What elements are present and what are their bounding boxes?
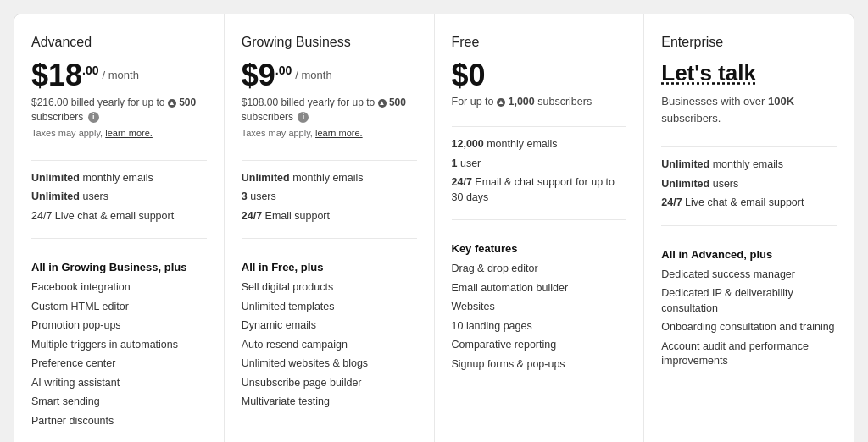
billed-info-growing: $108.00 billed yearly for up to ▲ 500 su… [242, 96, 417, 124]
price-period-advanced: / month [103, 69, 139, 81]
plan-name-advanced: Advanced [31, 35, 207, 50]
person-icon-advanced: ▲ [168, 99, 176, 108]
list-item-growing-2: Dynamic emails [242, 318, 417, 334]
list-item-growing-0: Sell digital products [242, 280, 417, 296]
divider-1-free [452, 126, 627, 127]
list-item-advanced-6: Smart sending [31, 395, 207, 410]
price-row-growing: $9 .00 / month [242, 60, 417, 91]
feature-users-advanced: Unlimited users [31, 190, 207, 205]
taxes-advanced: Taxes may apply, learn more. [31, 128, 207, 138]
divider-2-free [452, 219, 627, 220]
list-item-free-4: Comparative reporting [452, 338, 627, 353]
price-sup-advanced: .00 [82, 64, 98, 77]
price-row-advanced: $18 .00 / month [31, 60, 207, 91]
feature-support-growing: 24/7 Email support [242, 209, 417, 224]
list-item-advanced-2: Promotion pop-ups [31, 318, 207, 334]
learn-more-link-growing[interactable]: learn more. [315, 128, 363, 138]
list-item-advanced-7: Partner discounts [31, 414, 207, 429]
person-icon-growing: ▲ [378, 99, 387, 108]
feature-users-free: 1 user [452, 157, 627, 172]
info-icon-growing[interactable]: i [298, 112, 309, 123]
list-item-advanced-0: Facebook integration [31, 280, 207, 296]
divider-2-growing [242, 238, 417, 239]
plan-name-growing: Growing Business [242, 35, 417, 50]
plan-growing-business: Growing Business $9 .00 / month $108.00 … [225, 14, 435, 442]
list-item-free-3: 10 landing pages [452, 319, 627, 334]
divider-1-growing [242, 160, 417, 161]
feature-support-free: 24/7 Email & chat support for up to 30 d… [452, 175, 627, 205]
section-title-growing: All in Free, plus [242, 261, 417, 273]
divider-1-advanced [31, 160, 207, 161]
plan-name-enterprise: Enterprise [661, 35, 837, 50]
list-item-growing-4: Unlimited websites & blogs [242, 356, 417, 372]
list-item-advanced-3: Multiple triggers in automations [31, 338, 207, 353]
list-item-free-0: Drag & drop editor [452, 262, 627, 277]
list-item-growing-3: Auto resend campaign [242, 338, 417, 353]
plan-name-free: Free [452, 35, 627, 50]
feature-emails-advanced: Unlimited monthly emails [31, 171, 207, 186]
list-item-free-5: Signup forms & pop-ups [452, 357, 627, 373]
list-item-growing-6: Multivariate testing [242, 395, 417, 410]
lets-talk-heading: Let's talk [661, 60, 837, 86]
price-sup-growing: .00 [275, 64, 292, 77]
price-row-free: $0 [452, 60, 627, 91]
list-item-enterprise-2: Onboarding consultation and training [661, 320, 837, 335]
feature-emails-enterprise: Unlimited monthly emails [661, 157, 837, 173]
divider-2-advanced [31, 238, 207, 239]
person-icon-free: ▲ [497, 98, 505, 107]
divider-1-enterprise [661, 146, 837, 147]
billed-info-advanced: $216.00 billed yearly for up to ▲ 500 su… [31, 96, 207, 124]
price-period-growing: / month [295, 69, 331, 81]
info-icon-advanced[interactable]: i [88, 112, 99, 123]
plan-free: Free $0 For up to ▲ 1,000 subscribers 12… [435, 14, 645, 442]
plan-advanced: Advanced $18 .00 / month $216.00 billed … [14, 14, 225, 442]
list-item-advanced-1: Custom HTML editor [31, 300, 207, 315]
price-main-growing: $9 [242, 60, 275, 91]
feature-emails-growing: Unlimited monthly emails [242, 171, 417, 186]
feature-users-growing: 3 users [242, 190, 417, 205]
list-item-advanced-4: Preference center [31, 356, 207, 372]
feature-users-enterprise: Unlimited users [661, 177, 837, 192]
section-title-enterprise: All in Advanced, plus [661, 248, 837, 261]
plan-enterprise: Enterprise Let's talk Businesses with ov… [644, 14, 854, 442]
list-item-free-2: Websites [452, 300, 627, 315]
list-item-enterprise-1: Dedicated IP & deliverability consultati… [661, 286, 837, 316]
learn-more-link-advanced[interactable]: learn more. [105, 128, 153, 138]
feature-emails-free: 12,000 monthly emails [452, 137, 627, 152]
price-main-free: $0 [452, 60, 486, 91]
section-title-advanced: All in Growing Business, plus [31, 261, 207, 273]
list-item-growing-1: Unlimited templates [242, 300, 417, 315]
feature-support-advanced: 24/7 Live chat & email support [31, 209, 207, 224]
list-item-enterprise-3: Account audit and performance improvemen… [661, 340, 837, 369]
section-title-free: Key features [452, 242, 627, 255]
divider-2-enterprise [661, 225, 837, 226]
list-item-free-1: Email automation builder [452, 281, 627, 296]
free-for-text: For up to ▲ 1,000 subscribers [452, 96, 627, 108]
pricing-table: Advanced $18 .00 / month $216.00 billed … [14, 14, 854, 442]
price-main-advanced: $18 [31, 60, 82, 91]
taxes-growing: Taxes may apply, learn more. [242, 128, 417, 138]
feature-support-enterprise: 24/7 Live chat & email support [661, 196, 837, 211]
list-item-advanced-5: AI writing assistant [31, 376, 207, 391]
enterprise-desc: Businesses with over 100K subscribers. [661, 93, 837, 126]
list-item-growing-5: Unsubscribe page builder [242, 376, 417, 391]
list-item-enterprise-0: Dedicated success manager [661, 268, 837, 283]
